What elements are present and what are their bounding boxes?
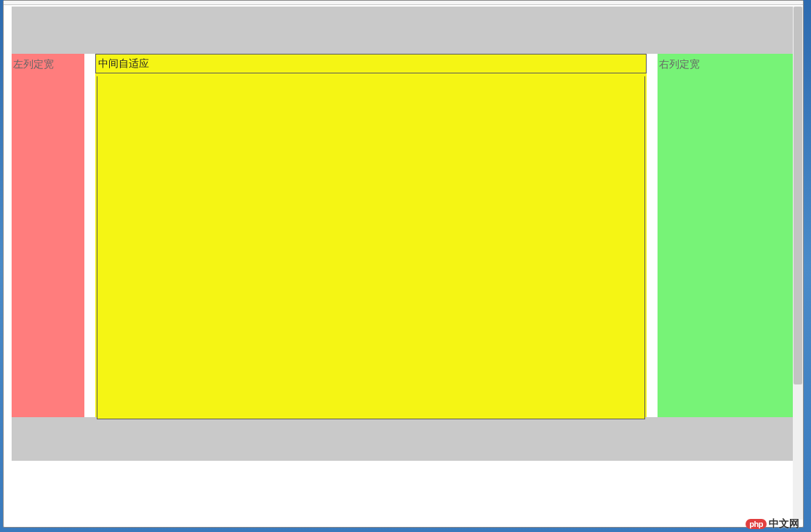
middle-column-body xyxy=(97,76,645,419)
watermark-logo: php xyxy=(746,519,767,529)
middle-column-wrapper: 中间自适应 xyxy=(84,54,658,417)
scrollbar-thumb[interactable] xyxy=(794,7,802,384)
page-background-band: 左列定宽 右列定宽 中间自适应 xyxy=(12,7,803,461)
page-viewport: 左列定宽 右列定宽 中间自适应 xyxy=(12,7,803,464)
left-column-label: 左列定宽 xyxy=(12,54,84,71)
watermark-brand-text: 中文网 xyxy=(769,517,799,531)
vertical-scrollbar[interactable] xyxy=(793,7,803,520)
left-fixed-column: 左列定宽 xyxy=(12,54,84,417)
right-column-label: 右列定宽 xyxy=(658,54,803,71)
three-column-layout: 左列定宽 右列定宽 中间自适应 xyxy=(12,54,803,417)
middle-column-title: 中间自适应 xyxy=(95,54,647,73)
watermark: php 中文网 xyxy=(746,517,799,531)
right-fixed-column: 右列定宽 xyxy=(658,54,803,417)
toolbar-strip xyxy=(4,1,803,5)
middle-adaptive-column: 中间自适应 xyxy=(95,54,647,417)
browser-window-frame: 左列定宽 右列定宽 中间自适应 xyxy=(3,0,804,528)
